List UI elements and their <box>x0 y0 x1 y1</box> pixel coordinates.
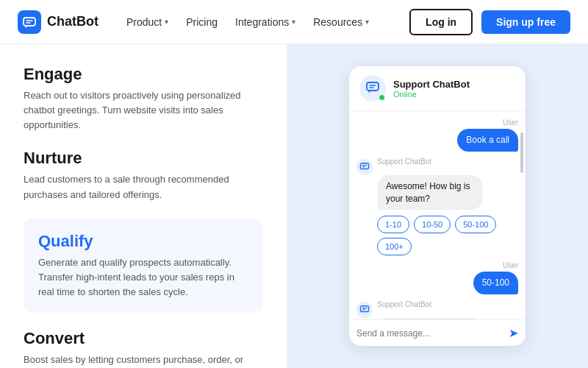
chat-messages: User Book a call <box>349 111 526 319</box>
login-button[interactable]: Log in <box>409 9 473 35</box>
product-chevron-icon: ▾ <box>165 18 168 26</box>
option-1-10[interactable]: 1-10 <box>377 216 409 233</box>
bot-small-icon-2 <box>359 304 370 316</box>
bot-info: Support ChatBot Online <box>393 79 470 99</box>
nav-pricing[interactable]: Pricing <box>179 12 225 32</box>
option-100plus[interactable]: 100+ <box>377 238 412 255</box>
chat-input[interactable] <box>356 328 504 339</box>
send-button[interactable]: ➤ <box>509 326 518 340</box>
feature-engage: Engage Reach out to visitors proactively… <box>24 65 263 132</box>
nav-links: Product ▾ Pricing Integrations ▾ Resourc… <box>119 12 376 32</box>
bot-avatar <box>359 75 386 102</box>
message-row-4: Support ChatBot We have a lot of experie… <box>356 300 518 319</box>
nav-integrations[interactable]: Integrations ▾ <box>228 12 303 32</box>
qualify-card: Qualify Generate and qualify prospects a… <box>24 219 263 313</box>
right-panel: Support ChatBot Online User Book a call <box>287 44 588 368</box>
nav-product[interactable]: Product ▾ <box>119 12 176 32</box>
options-row: 1-10 10-50 50-100 100+ <box>377 216 518 255</box>
engage-desc: Reach out to visitors proactively using … <box>24 88 263 132</box>
navbar: ChatBot Product ▾ Pricing Integrations ▾… <box>0 0 588 44</box>
message-row-2: Support ChatBot Awesome! How big is your… <box>356 158 518 210</box>
message-row-1: User Book a call <box>356 118 518 152</box>
integrations-chevron-icon: ▾ <box>292 18 295 26</box>
bot-small-icon-1 <box>359 161 370 173</box>
online-dot <box>379 94 385 101</box>
chat-input-row: ➤ <box>349 319 526 346</box>
option-10-50[interactable]: 10-50 <box>414 216 451 233</box>
option-50-100[interactable]: 50-100 <box>455 216 496 233</box>
bot-row-1: Support ChatBot <box>356 158 518 175</box>
resources-chevron-icon: ▾ <box>365 18 369 26</box>
bot-status: Online <box>393 90 470 99</box>
chat-header: Support ChatBot Online <box>349 66 526 111</box>
chatbot-logo-icon <box>18 10 41 34</box>
feature-convert: Convert Boost sales by letting customers… <box>24 329 263 368</box>
bot-avatar-small-1 <box>356 159 373 175</box>
nav-product-label: Product <box>126 16 162 28</box>
left-panel: Engage Reach out to visitors proactively… <box>0 44 287 368</box>
bot-row-2: Support ChatBot <box>356 300 518 318</box>
bot-name-label-1: Support ChatBot <box>377 158 431 166</box>
qualify-title: Qualify <box>38 232 248 251</box>
nurture-title: Nurture <box>24 149 263 168</box>
nav-resources-label: Resources <box>313 16 362 28</box>
convert-title: Convert <box>24 329 263 348</box>
user-msg-1: Book a call <box>457 129 518 152</box>
nav-right: Log in Sign up free <box>409 9 570 35</box>
bot-avatar-small-2 <box>356 302 373 318</box>
nav-left: ChatBot Product ▾ Pricing Integrations ▾… <box>18 10 376 34</box>
convert-desc: Boost sales by letting customers purchas… <box>24 353 263 368</box>
message-row-3: User 50-100 <box>356 261 518 294</box>
logo[interactable]: ChatBot <box>18 10 98 34</box>
signup-button[interactable]: Sign up free <box>481 10 570 34</box>
nav-pricing-label: Pricing <box>186 16 218 28</box>
bot-msg-1: Awesome! How big is your team? <box>377 175 483 210</box>
user-label-1: User <box>356 118 518 127</box>
svg-rect-1 <box>367 82 379 91</box>
scrollbar[interactable] <box>520 132 523 173</box>
svg-rect-3 <box>360 306 368 312</box>
nav-integrations-label: Integrations <box>235 16 289 28</box>
bot-msg-1-wrap: Awesome! How big is your team? <box>377 175 518 210</box>
main-content: Engage Reach out to visitors proactively… <box>0 44 588 368</box>
svg-rect-0 <box>24 18 35 26</box>
user-label-2: User <box>356 261 518 269</box>
logo-text: ChatBot <box>47 14 98 29</box>
bot-avatar-icon <box>365 79 380 98</box>
nurture-desc: Lead customers to a sale through recomme… <box>24 172 263 202</box>
user-msg-2: 50-100 <box>473 272 518 294</box>
nav-resources[interactable]: Resources ▾ <box>306 12 376 32</box>
engage-title: Engage <box>24 65 263 84</box>
qualify-desc: Generate and qualify prospects automatic… <box>38 255 248 300</box>
chat-window: Support ChatBot Online User Book a call <box>349 66 526 346</box>
bot-name: Support ChatBot <box>393 79 470 90</box>
svg-rect-2 <box>360 163 368 169</box>
bot-name-label-2: Support ChatBot <box>377 300 431 308</box>
feature-nurture: Nurture Lead customers to a sale through… <box>24 149 263 202</box>
